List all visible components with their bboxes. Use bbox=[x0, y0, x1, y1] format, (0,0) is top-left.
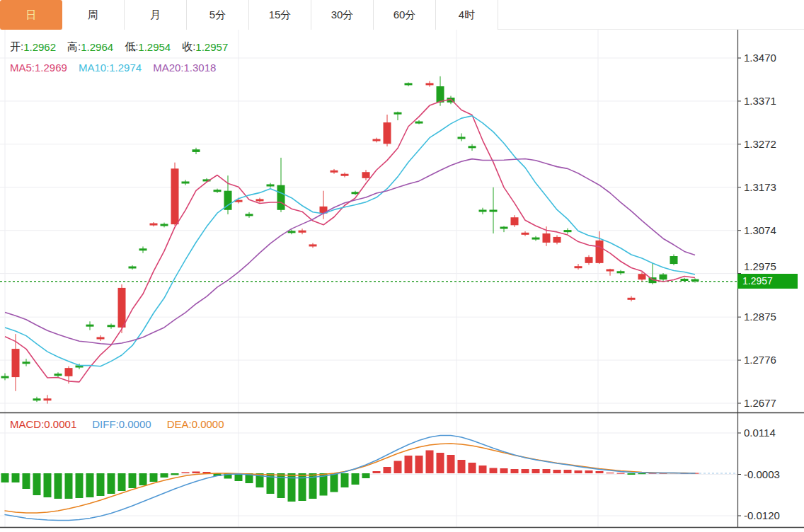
candle-body bbox=[362, 172, 370, 178]
ma5-line bbox=[5, 99, 695, 382]
candle bbox=[384, 115, 391, 146]
candle-body bbox=[12, 349, 20, 377]
candle bbox=[246, 212, 253, 218]
candle-body bbox=[500, 227, 508, 229]
candle-body bbox=[543, 233, 551, 243]
candle-body bbox=[405, 83, 413, 85]
candle-body bbox=[479, 210, 487, 212]
candle bbox=[415, 120, 423, 125]
candle-body bbox=[309, 244, 317, 246]
candle bbox=[193, 148, 200, 154]
candle-body bbox=[691, 279, 699, 282]
macd-bar bbox=[575, 470, 582, 473]
candle bbox=[108, 323, 115, 328]
candle bbox=[12, 334, 20, 391]
candle-body bbox=[246, 214, 253, 216]
candle-body bbox=[33, 398, 41, 400]
tab-30min[interactable]: 30分 bbox=[311, 0, 374, 30]
candle bbox=[214, 189, 222, 193]
candle bbox=[139, 246, 147, 253]
candle bbox=[118, 284, 126, 333]
macd-bar bbox=[76, 473, 84, 498]
macd-bar bbox=[171, 473, 179, 475]
candle-body bbox=[331, 170, 338, 173]
candle bbox=[469, 144, 476, 151]
macd-bar bbox=[150, 473, 158, 482]
candle-body bbox=[681, 279, 689, 281]
candle-body bbox=[426, 83, 434, 85]
candle bbox=[490, 187, 498, 233]
candle bbox=[660, 273, 667, 281]
price-tick-label: 1.2875 bbox=[744, 311, 776, 323]
ma20-line bbox=[5, 158, 695, 344]
candle-body bbox=[373, 139, 381, 141]
candle-body bbox=[660, 274, 667, 279]
candle bbox=[405, 82, 413, 86]
period-tab-bar: 日周月5分15分30分60分4时 bbox=[0, 0, 804, 30]
macd-bar bbox=[458, 460, 466, 473]
candle-body bbox=[171, 168, 179, 224]
candle bbox=[256, 198, 264, 203]
candle-body bbox=[139, 248, 147, 250]
macd-bar bbox=[44, 473, 52, 497]
macd-bar bbox=[54, 473, 62, 499]
candle-body bbox=[585, 257, 593, 263]
macd-bar bbox=[23, 473, 30, 489]
candle-body bbox=[256, 199, 264, 201]
macd-bar bbox=[1, 473, 9, 482]
candle bbox=[394, 112, 402, 120]
ma10-line bbox=[5, 116, 695, 366]
candles-layer bbox=[1, 76, 699, 404]
candle-body bbox=[44, 398, 52, 400]
macd-bar bbox=[118, 473, 126, 491]
macd-bar bbox=[426, 451, 434, 474]
candle-body bbox=[108, 325, 115, 327]
candle-body bbox=[65, 368, 73, 376]
candle bbox=[331, 169, 338, 174]
tab-week[interactable]: 周 bbox=[62, 0, 125, 30]
macd-bar bbox=[447, 455, 455, 473]
candle bbox=[596, 231, 604, 264]
candle-body bbox=[607, 270, 614, 272]
candle bbox=[44, 395, 52, 403]
price-tick-label: 1.2975 bbox=[744, 260, 776, 272]
macd-bar bbox=[500, 468, 508, 473]
macd-bar bbox=[362, 473, 370, 478]
candle-body bbox=[553, 237, 561, 243]
candle-body bbox=[437, 86, 444, 103]
macd-bar bbox=[437, 453, 444, 473]
candle bbox=[86, 321, 94, 330]
candle bbox=[129, 265, 137, 270]
candle bbox=[553, 235, 561, 244]
candle-body bbox=[575, 266, 582, 268]
macd-bar bbox=[129, 473, 137, 488]
candle-body bbox=[458, 137, 466, 139]
candle bbox=[691, 278, 699, 282]
macd-tick-label: -0.0003 bbox=[744, 468, 780, 480]
macd-bar bbox=[182, 473, 190, 474]
candle-body bbox=[384, 122, 391, 144]
price-tick-label: 1.3173 bbox=[744, 181, 776, 193]
chart-canvas[interactable]: 1.34701.33711.32721.31731.30741.29751.28… bbox=[0, 0, 804, 532]
tab-4hour[interactable]: 4时 bbox=[436, 0, 498, 30]
macd-bar bbox=[86, 473, 94, 497]
tab-5min[interactable]: 5分 bbox=[187, 0, 249, 30]
tab-month[interactable]: 月 bbox=[125, 0, 187, 30]
candle-body bbox=[394, 112, 402, 115]
tab-day[interactable]: 日 bbox=[0, 0, 62, 30]
tab-60min[interactable]: 60分 bbox=[374, 0, 436, 30]
macd-bar bbox=[405, 456, 413, 473]
tab-15min[interactable]: 15分 bbox=[249, 0, 311, 30]
candle bbox=[617, 270, 625, 275]
macd-bar bbox=[65, 473, 73, 499]
candle bbox=[1, 374, 9, 381]
candle bbox=[299, 229, 306, 234]
macd-bar bbox=[415, 456, 423, 473]
candle-body bbox=[638, 274, 646, 279]
candle-body bbox=[511, 217, 519, 225]
candle bbox=[511, 215, 519, 227]
macd-bar bbox=[628, 473, 636, 475]
candle bbox=[54, 372, 62, 377]
price-tick-label: 1.3470 bbox=[744, 52, 776, 64]
candle-body bbox=[97, 337, 105, 340]
